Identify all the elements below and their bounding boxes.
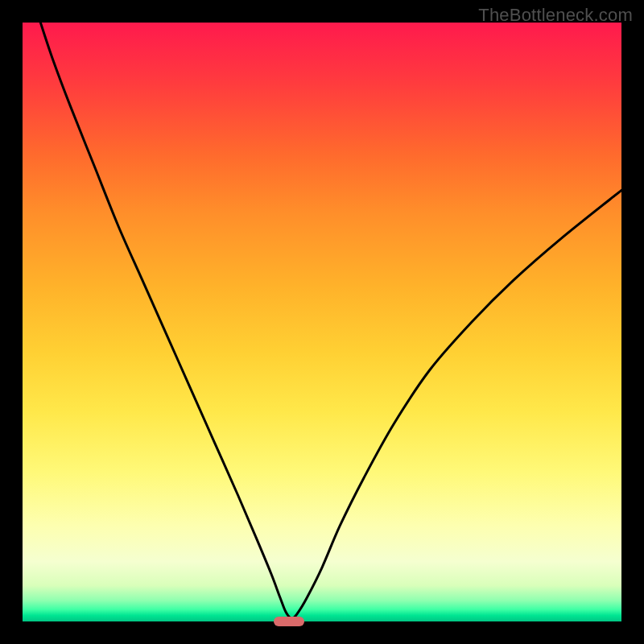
chart-frame: TheBottleneck.com (0, 0, 644, 644)
optimum-marker (274, 617, 304, 626)
plot-area (23, 23, 621, 621)
bottleneck-curve (23, 23, 621, 621)
